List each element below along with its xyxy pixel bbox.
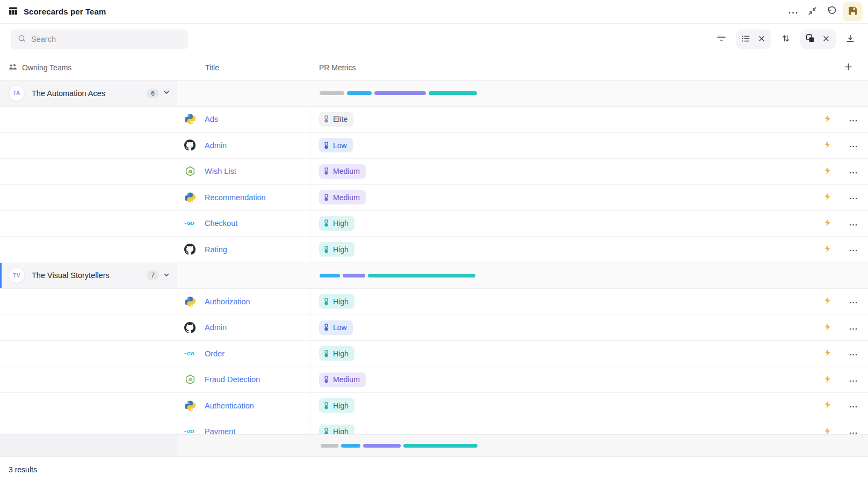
automation-action-button[interactable]: [821, 295, 834, 308]
entity-link[interactable]: Admin: [205, 323, 227, 332]
automation-action-button[interactable]: [821, 165, 834, 178]
progress-segment: [320, 91, 344, 95]
group-by-button[interactable]: [802, 31, 818, 47]
level-label: High: [333, 349, 349, 358]
owning-team-cell: [0, 159, 177, 185]
table-row: JS Wish List Medium: [0, 159, 868, 185]
automation-action-button[interactable]: [821, 399, 834, 412]
progress-segment: [320, 274, 340, 277]
clear-group-by-button[interactable]: [818, 31, 834, 47]
lightning-icon: [823, 192, 831, 202]
lightning-icon: [823, 375, 831, 385]
add-column-button[interactable]: [840, 60, 856, 76]
svg-text:JS: JS: [187, 170, 192, 173]
pinned-group-row[interactable]: [0, 434, 868, 456]
medal-icon: [323, 167, 329, 175]
entity-link[interactable]: Authentication: [205, 401, 254, 410]
group-name: The Automation Aces: [32, 89, 105, 98]
entity-link[interactable]: Authorization: [205, 297, 250, 306]
progress-segment: [368, 274, 475, 277]
pr-metrics-cell: High: [310, 341, 868, 367]
results-count: 3 results: [9, 465, 37, 474]
ellipsis-icon: [849, 220, 857, 228]
table-row: Authorization High: [0, 289, 868, 315]
level-label: Medium: [333, 167, 360, 176]
row-menu-button[interactable]: [847, 243, 859, 256]
chevron-down-icon[interactable]: [163, 271, 170, 280]
view-mode-pill: [736, 30, 771, 49]
sort-button[interactable]: [778, 31, 794, 47]
group-row[interactable]: TV The Visual Storytellers 7: [0, 263, 868, 289]
row-menu-button[interactable]: [847, 295, 859, 308]
progress-segment: [403, 444, 478, 448]
ellipsis-icon: [849, 401, 857, 410]
row-menu-button[interactable]: [847, 113, 859, 126]
level-label: High: [333, 401, 349, 410]
automation-action-button[interactable]: [821, 373, 834, 386]
row-menu-button[interactable]: [847, 347, 859, 360]
entity-link[interactable]: Fraud Detection: [205, 375, 260, 384]
undo-icon: [827, 6, 836, 17]
entity-link[interactable]: Checkout: [205, 219, 237, 228]
row-menu-button[interactable]: [847, 165, 859, 178]
clear-list-view-button[interactable]: [754, 31, 770, 47]
level-label: Elite: [333, 115, 348, 123]
entity-link[interactable]: Order: [205, 349, 225, 358]
level-label: High: [333, 219, 349, 228]
automation-action-button[interactable]: [821, 217, 834, 230]
row-menu-button[interactable]: [847, 217, 859, 230]
lightning-icon: [823, 218, 831, 229]
lightning-icon: [823, 140, 831, 150]
group-progress-bar: [320, 274, 475, 277]
more-options-button[interactable]: [785, 4, 801, 20]
collapse-button[interactable]: [804, 4, 820, 20]
pr-metrics-cell: Low: [310, 315, 868, 341]
entity-link[interactable]: Admin: [205, 141, 227, 150]
automation-action-button[interactable]: [821, 191, 834, 204]
search-box[interactable]: [11, 30, 188, 49]
ellipsis-icon: [849, 376, 857, 384]
ellipsis-icon: [849, 141, 857, 149]
filter-button[interactable]: [713, 31, 729, 47]
row-menu-button[interactable]: [847, 399, 859, 412]
pinned-group-progress-bar: [321, 444, 478, 448]
group-name: The Visual Storytellers: [32, 271, 110, 280]
title-cell: Ads: [177, 107, 310, 133]
row-menu-button[interactable]: [847, 321, 859, 334]
owning-team-cell: [0, 393, 177, 419]
chevron-down-icon[interactable]: [163, 89, 170, 98]
row-menu-button[interactable]: [847, 191, 859, 204]
medal-icon: [323, 246, 329, 253]
save-button[interactable]: [843, 2, 863, 21]
download-button[interactable]: [842, 31, 858, 47]
automation-action-button[interactable]: [821, 321, 834, 334]
undo-button[interactable]: [823, 4, 840, 20]
owning-team-cell: [0, 211, 177, 237]
svg-text:GO: GO: [187, 221, 194, 226]
app-window: Scorecards per Team: [0, 0, 868, 497]
automation-action-button[interactable]: [821, 113, 834, 126]
owning-team-cell: [0, 367, 177, 393]
automation-action-button[interactable]: [821, 347, 834, 360]
entity-link[interactable]: Rating: [205, 245, 227, 254]
owning-team-cell: [0, 341, 177, 367]
entity-link[interactable]: Ads: [205, 115, 218, 123]
lightning-icon: [823, 244, 831, 254]
progress-segment: [347, 91, 372, 95]
progress-segment: [321, 444, 338, 448]
search-input[interactable]: [31, 35, 181, 43]
entity-link[interactable]: Recommendation: [205, 193, 266, 202]
automation-action-button[interactable]: [821, 139, 834, 152]
row-menu-button[interactable]: [847, 139, 859, 152]
title-cell: Authorization: [177, 289, 310, 315]
entity-link[interactable]: Wish List: [205, 167, 236, 176]
column-label-title: Title: [205, 63, 219, 72]
group-row[interactable]: TA The Automation Aces 6: [0, 81, 868, 107]
automation-action-button[interactable]: [821, 243, 834, 256]
list-view-button[interactable]: [737, 31, 754, 47]
row-menu-button[interactable]: [847, 373, 859, 386]
lightning-icon: [823, 323, 831, 333]
level-badge: Low: [319, 320, 353, 335]
toolbar: [0, 24, 868, 55]
ellipsis-icon: [849, 324, 857, 332]
